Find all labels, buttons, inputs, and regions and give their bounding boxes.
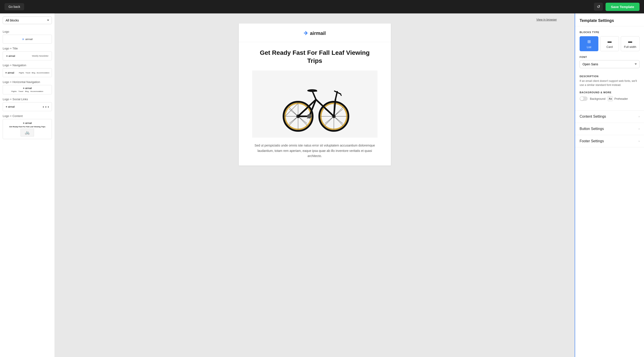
bg-more-label: BACKGROUND & MORE bbox=[580, 91, 640, 94]
topbar-left: Go back bbox=[4, 3, 24, 10]
content-settings-accordion[interactable]: Content Settings › bbox=[575, 110, 644, 123]
preview-logo-nav: ✈ airmail Flights Travel Blog Accommodat… bbox=[4, 72, 50, 74]
sidebar-block-horiz-nav[interactable]: ✈ airmail Flights Travel Blog Accommodat… bbox=[3, 85, 52, 94]
content-preview-bike: 🚲 bbox=[20, 128, 34, 136]
description-text: If an email client doesn't support web f… bbox=[580, 79, 640, 87]
sidebar-block-social[interactable]: ✈ airmail ● ● ● bbox=[3, 102, 52, 111]
footer-settings-accordion[interactable]: Footer Settings › bbox=[575, 135, 644, 148]
logo-nav-left: ✈ airmail bbox=[5, 72, 14, 74]
content-preview-title: Get Ready Fast For Fall Leaf Viewing Tri… bbox=[9, 126, 46, 128]
left-sidebar: All blocks Logo ✈ airmail Logo + Title ✈… bbox=[0, 14, 55, 357]
logo-text-sm4: airmail bbox=[25, 87, 32, 90]
nav-link-accommodation: Accommodation bbox=[37, 72, 50, 74]
sidebar-block-logo-title[interactable]: ✈ airmail Weekly Newsletter bbox=[3, 52, 52, 60]
fullwidth-icon: ▬ bbox=[628, 39, 632, 44]
logo-nav-links: Flights Travel Blog Accommodation bbox=[19, 72, 50, 74]
block-type-list-label: List bbox=[587, 46, 591, 49]
sidebar-block-logo-nav[interactable]: ✈ airmail Flights Travel Blog Accommodat… bbox=[3, 68, 52, 77]
logo-text-sm: airmail bbox=[25, 38, 32, 40]
preview-horiz-nav: ✈ airmail Flights Travel Blog Accommodat… bbox=[4, 87, 50, 92]
bike-svg bbox=[277, 75, 353, 133]
save-template-button[interactable]: Save Template bbox=[606, 3, 640, 11]
email-body: Get Ready Fast For Fall Leaf Viewing Tri… bbox=[239, 42, 391, 166]
block-type-list-button[interactable]: ⊞ List bbox=[580, 36, 598, 51]
logo-icon-sm2: ✈ bbox=[6, 55, 8, 57]
twitter-icon: ● bbox=[45, 106, 46, 108]
nav-link-blog: Blog bbox=[32, 72, 35, 74]
preview-logo: ✈ airmail bbox=[22, 38, 32, 41]
email-body-text: Sed ut perspiciatis unde omnis iste natu… bbox=[252, 143, 378, 159]
logo-title-right: Weekly Newsletter bbox=[32, 55, 48, 57]
hn-link-travel: Travel bbox=[18, 90, 23, 92]
email-title: Get Ready Fast For Fall Leaf Viewing Tri… bbox=[252, 49, 378, 65]
svg-line-32 bbox=[340, 94, 341, 96]
hn-link-blog: Blog bbox=[25, 90, 28, 92]
nav-link-travel: Travel bbox=[26, 72, 30, 74]
font-label: FONT bbox=[580, 56, 640, 58]
logo-icon-sm6: ✈ bbox=[23, 122, 24, 124]
topbar: Go back ↺ Save Template bbox=[0, 0, 644, 14]
content-logo-row: ✈ airmail bbox=[23, 122, 32, 124]
footer-settings-label: Footer Settings bbox=[580, 139, 604, 143]
description-label: DESCRIPTION bbox=[580, 75, 640, 78]
social-icons: ● ● ● bbox=[43, 106, 49, 108]
horiz-nav-links-row: Flights Travel Blog Accommodation bbox=[12, 90, 44, 92]
block-type-card-button[interactable]: ▬ Card bbox=[600, 36, 619, 51]
background-toggle[interactable] bbox=[580, 96, 588, 101]
sidebar-label-logo-nav: Logo + Navigation bbox=[3, 64, 52, 67]
view-in-browser-link[interactable]: View in browser bbox=[536, 18, 557, 21]
preview-social: ✈ airmail ● ● ● bbox=[4, 106, 50, 108]
hn-link-accommodation: Accommodation bbox=[30, 90, 43, 92]
logo-icon-sm3: ✈ bbox=[5, 72, 7, 74]
chevron-right-icon-footer: › bbox=[639, 140, 640, 143]
go-back-button[interactable]: Go back bbox=[4, 3, 24, 10]
sidebar-label-logo-title: Logo + Title bbox=[3, 47, 52, 50]
card-icon: ▬ bbox=[608, 39, 612, 44]
sidebar-label-logo-content: Logo + Content bbox=[3, 114, 52, 118]
sidebar-block-logo[interactable]: ✈ airmail bbox=[3, 35, 52, 44]
social-logo: ✈ airmail bbox=[6, 106, 14, 108]
main-layout: All blocks Logo ✈ airmail Logo + Title ✈… bbox=[0, 14, 644, 357]
email-header: ✈ airmail bbox=[239, 24, 391, 42]
email-logo-icon: ✈ bbox=[304, 30, 308, 36]
email-bike-image bbox=[252, 70, 378, 138]
right-sidebar: Template Settings BLOCKS TYPE ⊞ List ▬ C… bbox=[575, 14, 644, 357]
email-preview: ✈ airmail Get Ready Fast For Fall Leaf V… bbox=[239, 24, 391, 166]
blocks-type-label: BLOCKS TYPE bbox=[580, 31, 640, 34]
svg-point-28 bbox=[307, 89, 317, 92]
logo-icon-sm4: ✈ bbox=[23, 87, 24, 90]
preheader-label: Preheader bbox=[614, 97, 628, 100]
nav-link-flights: Flights bbox=[19, 72, 24, 74]
bg-more-row: Background Aa Preheader bbox=[580, 96, 640, 101]
preheader-toggle[interactable]: Aa Preheader bbox=[608, 96, 628, 101]
email-logo-text: airmail bbox=[310, 30, 326, 36]
blocks-dropdown[interactable]: All blocks bbox=[3, 16, 52, 24]
preview-logo-content: ✈ airmail Get Ready Fast For Fall Leaf V… bbox=[4, 122, 50, 136]
background-label: Background bbox=[590, 97, 605, 100]
logo-text-sm3: airmail bbox=[8, 72, 14, 74]
facebook-icon: ● bbox=[43, 106, 44, 108]
email-logo: ✈ airmail bbox=[243, 30, 386, 36]
sidebar-label-social: Logo + Social Links bbox=[3, 98, 52, 101]
sidebar-label-horiz-nav: Logo + Horizontal Navigation bbox=[3, 80, 52, 84]
right-sidebar-body: BLOCKS TYPE ⊞ List ▬ Card ▬ Full width F… bbox=[575, 26, 644, 110]
block-type-fullwidth-label: Full width bbox=[624, 45, 636, 48]
chevron-right-icon-button: › bbox=[639, 127, 640, 130]
logo-text-sm6: airmail bbox=[25, 122, 32, 124]
logo-text-sm2: airmail bbox=[8, 55, 15, 57]
blocks-type-row: ⊞ List ▬ Card ▬ Full width bbox=[580, 36, 640, 51]
block-type-card-label: Card bbox=[606, 45, 613, 48]
button-settings-accordion[interactable]: Button Settings › bbox=[575, 123, 644, 135]
horiz-nav-logo-row: ✈ airmail bbox=[23, 87, 32, 90]
preheader-icon: Aa bbox=[608, 96, 613, 101]
font-select[interactable]: Open Sans Arial Georgia Helvetica bbox=[580, 60, 640, 68]
block-type-fullwidth-button[interactable]: ▬ Full width bbox=[621, 36, 640, 51]
list-icon: ⊞ bbox=[588, 39, 591, 44]
history-button[interactable]: ↺ bbox=[594, 3, 603, 11]
sidebar-block-logo-content[interactable]: ✈ airmail Get Ready Fast For Fall Leaf V… bbox=[3, 119, 52, 139]
template-settings-title: Template Settings bbox=[575, 14, 644, 26]
instagram-icon: ● bbox=[48, 106, 49, 108]
logo-icon-sm: ✈ bbox=[22, 38, 24, 41]
center-content: View in browser ✈ airmail Get Ready Fast… bbox=[55, 14, 575, 357]
chevron-right-icon-content: › bbox=[639, 115, 640, 118]
